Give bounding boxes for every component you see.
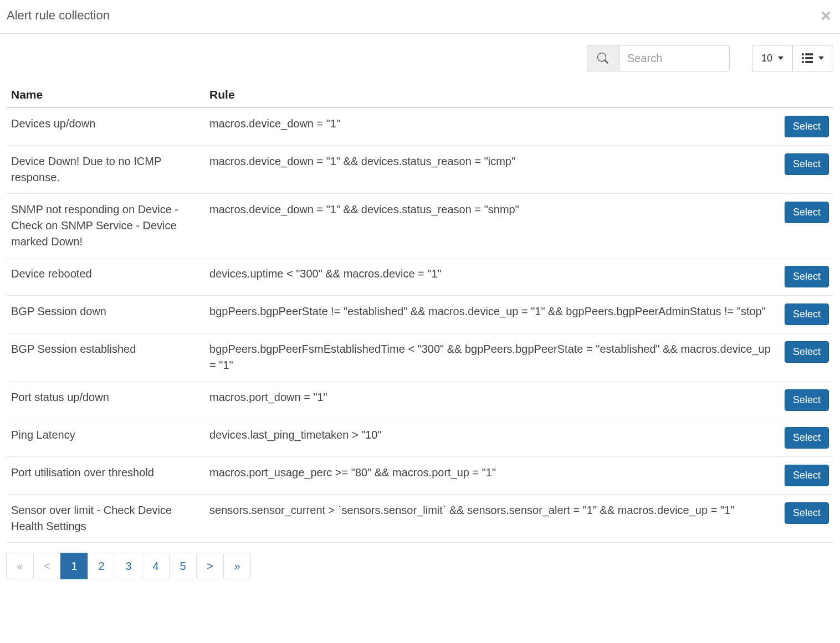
rule-action: Select	[780, 296, 833, 333]
page-last[interactable]: »	[223, 553, 251, 579]
rule-action: Select	[780, 258, 833, 296]
select-button[interactable]: Select	[785, 502, 829, 524]
view-controls: 10	[752, 45, 833, 71]
rule-expression: devices.uptime < "300" && macros.device …	[205, 258, 780, 296]
select-button[interactable]: Select	[785, 427, 829, 449]
svg-rect-4	[802, 61, 804, 63]
col-header-action	[780, 83, 833, 107]
table-row: Ping Latencydevices.last_ping_timetaken …	[7, 419, 833, 457]
table-row: SNMP not responding on Device - Check on…	[7, 194, 833, 258]
svg-rect-5	[805, 61, 813, 63]
select-button[interactable]: Select	[785, 116, 829, 137]
select-button[interactable]: Select	[785, 341, 829, 363]
table-row: Sensor over limit - Check Device Health …	[7, 495, 833, 543]
table-row: Port status up/downmacros.port_down = "1…	[7, 382, 833, 419]
page-number[interactable]: 1	[60, 553, 88, 579]
rule-expression: macros.device_down = "1" && devices.stat…	[205, 146, 780, 194]
select-button[interactable]: Select	[785, 202, 829, 223]
rule-action: Select	[780, 382, 833, 419]
svg-rect-0	[802, 53, 804, 55]
rule-name: Port utilisation over threshold	[7, 457, 205, 495]
rule-expression: sensors.sensor_current > `sensors.sensor…	[205, 495, 780, 543]
svg-rect-2	[802, 57, 804, 59]
rule-action: Select	[780, 457, 833, 495]
rule-expression: macros.port_usage_perc >= "80" && macros…	[205, 457, 780, 495]
table-row: Devices up/downmacros.device_down = "1"S…	[7, 107, 833, 146]
col-header-name[interactable]: Name	[7, 83, 205, 107]
select-button[interactable]: Select	[785, 465, 829, 486]
rule-name: Port status up/down	[7, 382, 205, 419]
list-icon	[802, 53, 813, 64]
rule-expression: bgpPeers.bgpPeerFsmEstablishedTime < "30…	[205, 333, 780, 382]
modal-title: Alert rule collection	[7, 8, 110, 23]
table-row: Device rebooteddevices.uptime < "300" &&…	[7, 258, 833, 296]
table-row: Device Down! Due to no ICMP response.mac…	[7, 146, 833, 194]
rule-name: Devices up/down	[7, 107, 205, 146]
select-button[interactable]: Select	[785, 153, 829, 175]
table-row: BGP Session downbgpPeers.bgpPeerState !=…	[7, 296, 833, 333]
rule-action: Select	[780, 107, 833, 146]
toolbar: 10	[7, 45, 833, 71]
rules-table: Name Rule Devices up/downmacros.device_d…	[7, 83, 833, 543]
select-button[interactable]: Select	[785, 304, 829, 325]
rule-name: Ping Latency	[7, 419, 205, 457]
rule-expression: macros.device_down = "1" && devices.stat…	[205, 194, 780, 258]
page-size-value: 10	[761, 53, 772, 64]
page-number[interactable]: 2	[88, 553, 115, 579]
search-icon	[587, 45, 619, 71]
rule-action: Select	[780, 495, 833, 543]
chevron-down-icon	[818, 56, 824, 60]
rule-expression: macros.port_down = "1"	[205, 382, 780, 419]
table-row: Port utilisation over thresholdmacros.po…	[7, 457, 833, 495]
page-first: «	[6, 553, 34, 579]
col-header-rule[interactable]: Rule	[205, 83, 780, 107]
search-input[interactable]	[619, 45, 730, 71]
page-next[interactable]: >	[196, 553, 224, 579]
svg-rect-1	[805, 53, 813, 55]
page-number[interactable]: 4	[142, 553, 170, 579]
columns-dropdown[interactable]	[792, 45, 833, 71]
rule-name: Sensor over limit - Check Device Health …	[7, 495, 205, 543]
select-button[interactable]: Select	[785, 389, 829, 411]
rule-expression: bgpPeers.bgpPeerState != "established" &…	[205, 296, 780, 333]
page-prev: <	[33, 553, 61, 579]
modal-body: 10 Name Rule Devices up/downmacros.devic…	[0, 34, 840, 586]
svg-rect-3	[805, 57, 813, 59]
rule-action: Select	[780, 419, 833, 457]
pagination: «<12345>»	[7, 553, 833, 579]
rule-name: Device Down! Due to no ICMP response.	[7, 146, 205, 194]
rule-expression: macros.device_down = "1"	[205, 107, 780, 146]
rule-name: SNMP not responding on Device - Check on…	[7, 194, 205, 258]
page-number[interactable]: 3	[115, 553, 142, 579]
rule-action: Select	[780, 146, 833, 194]
page-size-dropdown[interactable]: 10	[752, 45, 792, 71]
modal-header: Alert rule collection ×	[0, 0, 840, 34]
select-button[interactable]: Select	[785, 266, 829, 287]
close-icon[interactable]: ×	[818, 7, 833, 24]
rule-action: Select	[780, 333, 833, 382]
chevron-down-icon	[778, 56, 783, 60]
rule-expression: devices.last_ping_timetaken > "10"	[205, 419, 780, 457]
table-row: BGP Session establishedbgpPeers.bgpPeerF…	[7, 333, 833, 382]
rule-name: BGP Session established	[7, 333, 205, 382]
rule-name: BGP Session down	[7, 296, 205, 333]
rule-action: Select	[780, 194, 833, 258]
search-group	[587, 45, 730, 71]
page-number[interactable]: 5	[169, 553, 197, 579]
rule-name: Device rebooted	[7, 258, 205, 296]
